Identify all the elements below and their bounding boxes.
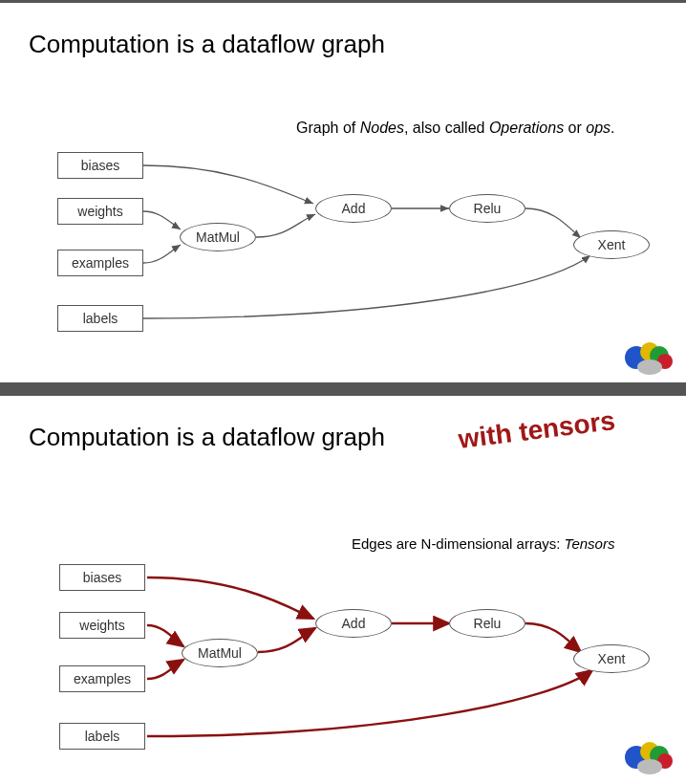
node-weights: weights — [57, 198, 143, 225]
node-weights: weights — [59, 612, 145, 639]
node-matmul: MatMul — [180, 223, 256, 251]
node-xent: Xent — [573, 230, 650, 259]
node-biases: biases — [59, 564, 145, 591]
edge-weights-matmul — [147, 625, 183, 646]
edge-weights-matmul — [143, 211, 181, 229]
edge-biases-add — [143, 165, 313, 204]
edge-relu-xent — [525, 623, 581, 652]
slide-1: Computation is a dataflow graph Graph of… — [0, 0, 686, 382]
svg-point-9 — [637, 759, 662, 774]
brain-icon — [623, 740, 673, 776]
edge-matmul-add — [256, 214, 315, 237]
node-biases: biases — [57, 152, 143, 179]
edge-matmul-add — [258, 628, 315, 652]
edge-labels-xent — [143, 255, 590, 318]
slide-2: Computation is a dataflow graph with ten… — [0, 382, 686, 782]
node-relu: Relu — [449, 194, 525, 223]
node-add: Add — [315, 194, 392, 223]
svg-point-4 — [637, 359, 662, 375]
brain-icon — [623, 340, 673, 377]
node-examples: examples — [59, 665, 145, 692]
edge-biases-add — [147, 577, 313, 619]
node-matmul: MatMul — [182, 639, 258, 667]
edge-examples-matmul — [147, 660, 183, 679]
edge-relu-xent — [525, 208, 581, 238]
node-relu: Relu — [449, 609, 525, 638]
node-labels: labels — [59, 723, 145, 750]
node-examples: examples — [57, 250, 143, 276]
edge-examples-matmul — [143, 245, 181, 263]
node-add: Add — [315, 609, 392, 638]
node-labels: labels — [57, 305, 143, 332]
edge-labels-xent — [147, 670, 592, 736]
node-xent: Xent — [573, 644, 650, 673]
